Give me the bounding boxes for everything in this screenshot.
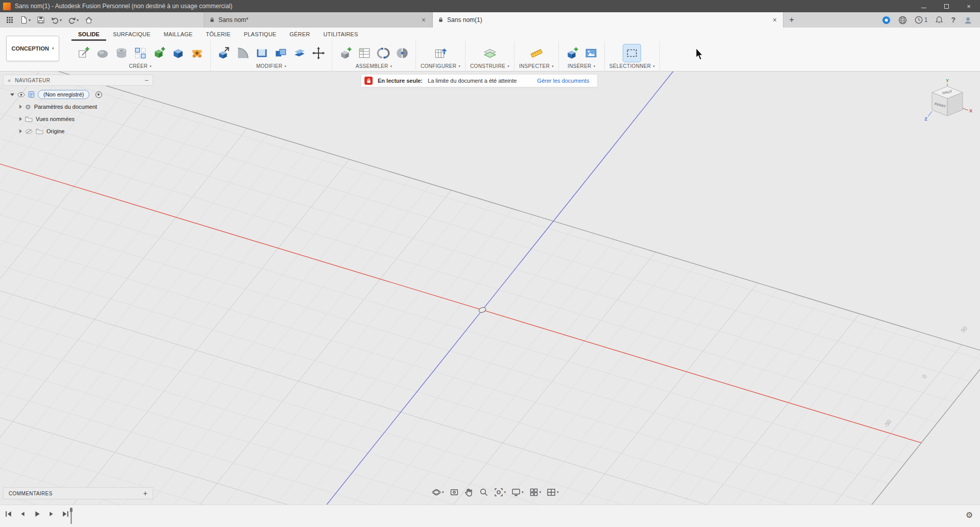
- create-box-button[interactable]: [169, 44, 187, 62]
- new-tab-button[interactable]: +: [783, 12, 800, 28]
- chevron-down-icon[interactable]: [10, 93, 14, 96]
- chevron-right-icon[interactable]: [19, 117, 22, 121]
- display-settings-button[interactable]: ▾: [511, 488, 524, 497]
- workspace-selector[interactable]: CONCEPTION▾: [6, 36, 59, 61]
- tab-gerer[interactable]: GÉRER: [283, 28, 316, 41]
- document-tab-inactive[interactable]: Sans nom* ×: [204, 12, 432, 28]
- create-form-button[interactable]: [94, 44, 111, 62]
- insert-image-button[interactable]: [582, 44, 600, 62]
- move-copy-button[interactable]: [310, 44, 327, 62]
- close-tab-icon[interactable]: ×: [772, 16, 778, 24]
- document-tab-active[interactable]: Sans nom(1) ×: [432, 12, 783, 28]
- shell-button[interactable]: [253, 44, 271, 62]
- chevron-right-icon[interactable]: [19, 105, 22, 109]
- view-cube[interactable]: Y HAUT AVANT X Z: [921, 78, 974, 131]
- tab-tolerie[interactable]: TÔLERIE: [199, 28, 237, 41]
- fit-button[interactable]: ▾: [494, 488, 506, 497]
- undo-button[interactable]: ▾: [48, 12, 64, 28]
- minimize-panel-icon[interactable]: −: [144, 77, 149, 84]
- timeline-settings-gear-icon[interactable]: ⚙: [966, 510, 973, 520]
- inserer-dropdown[interactable]: INSÉRER▾: [568, 63, 595, 69]
- help-icon[interactable]: ?: [951, 16, 955, 24]
- measure-button[interactable]: [528, 44, 545, 62]
- insert-decal-button[interactable]: [188, 44, 206, 62]
- tab-plastique[interactable]: PLASTIQUE: [237, 28, 283, 41]
- tab-maillage[interactable]: MAILLAGE: [157, 28, 200, 41]
- ribbon-group-configurer: CONFIGURER▾: [416, 41, 465, 71]
- configurer-dropdown[interactable]: CONFIGURER▾: [421, 63, 460, 69]
- play-button[interactable]: [33, 510, 41, 520]
- collapse-panel-icon[interactable]: «: [8, 77, 11, 83]
- notifications-bell-icon[interactable]: [935, 16, 943, 24]
- grid-snap-button[interactable]: ▾: [529, 488, 542, 497]
- timeline-position-marker[interactable]: [68, 506, 75, 527]
- save-button[interactable]: [34, 12, 47, 28]
- press-pull-button[interactable]: [215, 44, 233, 62]
- job-status-icon[interactable]: 1: [915, 16, 928, 24]
- create-pattern-button[interactable]: [132, 44, 149, 62]
- create-sketch-button[interactable]: [75, 44, 92, 62]
- comments-panel[interactable]: COMMENTAIRES +: [3, 487, 153, 499]
- timeline-bar: ⚙: [0, 505, 980, 527]
- add-comment-icon[interactable]: +: [143, 489, 148, 497]
- configure-button[interactable]: [432, 44, 449, 62]
- fillet-button[interactable]: [234, 44, 252, 62]
- home-icon[interactable]: [82, 12, 95, 28]
- document-root-label[interactable]: (Non enregistré): [38, 90, 89, 99]
- construction-plane-button[interactable]: [481, 44, 499, 62]
- grid-label: 50: [960, 325, 968, 333]
- title-bar: Sans nom(1) - Autodesk Fusion Personnel …: [0, 0, 980, 12]
- create-primitive-button[interactable]: [151, 44, 168, 62]
- ribbon-group-inserer: INSÉRER▾: [559, 41, 605, 71]
- web-browser-icon[interactable]: [898, 16, 907, 25]
- file-menu-button[interactable]: ▾: [17, 12, 33, 28]
- fusion-app-window: { "titlebar": { "title": "Sans nom(1) - …: [0, 0, 980, 527]
- origin-marker[interactable]: [478, 307, 486, 314]
- assembler-dropdown[interactable]: ASSEMBLER▾: [356, 63, 393, 69]
- parts-list-button[interactable]: [356, 44, 373, 62]
- insert-derive-button[interactable]: [564, 44, 581, 62]
- selectionner-dropdown[interactable]: SÉLECTIONNER▾: [609, 63, 655, 69]
- select-button[interactable]: [623, 44, 641, 62]
- close-tab-icon[interactable]: ×: [421, 16, 427, 24]
- zoom-button[interactable]: [479, 488, 488, 497]
- visibility-eye-icon[interactable]: [17, 92, 25, 98]
- activate-component-radio[interactable]: [95, 91, 102, 98]
- app-grid-icon[interactable]: [3, 12, 16, 28]
- inspecter-dropdown[interactable]: INSPECTER▾: [519, 63, 554, 69]
- step-back-button[interactable]: [18, 510, 27, 520]
- viewports-button[interactable]: ▾: [547, 488, 559, 497]
- maximize-button[interactable]: [935, 0, 958, 12]
- offset-face-button[interactable]: [291, 44, 308, 62]
- tree-row-named-views[interactable]: Vues nommées: [3, 113, 153, 125]
- modifier-dropdown[interactable]: MODIFIER▾: [256, 63, 286, 69]
- combine-button[interactable]: [272, 44, 289, 62]
- orbit-button[interactable]: ▾: [432, 488, 444, 497]
- tree-row-document-settings[interactable]: ⚙ Paramètres du document: [3, 101, 153, 113]
- step-forward-button[interactable]: [47, 510, 56, 520]
- close-button[interactable]: ×: [958, 0, 980, 12]
- new-component-button[interactable]: [337, 44, 354, 62]
- tree-row-root[interactable]: (Non enregistré): [3, 88, 153, 101]
- tree-row-origin[interactable]: Origine: [3, 125, 153, 137]
- as-built-joint-button[interactable]: [394, 44, 411, 62]
- go-to-start-button[interactable]: [4, 510, 13, 520]
- create-cylinder-button[interactable]: [113, 44, 130, 62]
- profile-avatar[interactable]: [963, 15, 973, 25]
- visibility-off-eye-icon[interactable]: [25, 129, 33, 134]
- manage-documents-link[interactable]: Gérer les documents: [537, 78, 589, 84]
- ribbon-group-modifier: MODIFIER▾: [211, 41, 332, 71]
- chevron-right-icon[interactable]: [19, 129, 22, 133]
- redo-button[interactable]: ▾: [65, 12, 81, 28]
- look-at-button[interactable]: [450, 488, 459, 497]
- viewport-canvas[interactable]: 50 0 -50: [0, 71, 980, 527]
- construire-dropdown[interactable]: CONSTRUIRE▾: [470, 63, 509, 69]
- tab-surfacique[interactable]: SURFACIQUE: [106, 28, 157, 41]
- assistant-icon[interactable]: [882, 16, 891, 25]
- pan-hand-button[interactable]: [464, 488, 474, 497]
- minimize-button[interactable]: [913, 0, 935, 12]
- joint-button[interactable]: [375, 44, 392, 62]
- tab-solide[interactable]: SOLIDE: [71, 28, 106, 41]
- creer-dropdown[interactable]: CRÉER▾: [129, 63, 152, 69]
- tab-utilitaires[interactable]: UTILITAIRES: [316, 28, 364, 41]
